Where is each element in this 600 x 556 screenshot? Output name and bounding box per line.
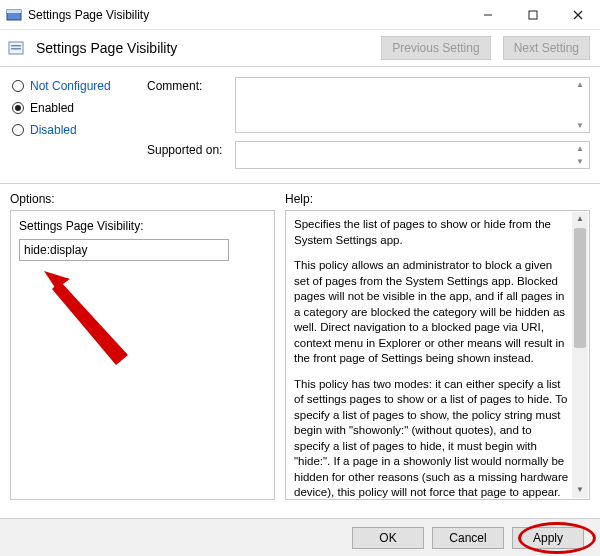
policy-title: Settings Page Visibility (36, 40, 369, 56)
policy-icon (8, 40, 24, 56)
cancel-button[interactable]: Cancel (432, 527, 504, 549)
comment-field[interactable]: ▲▼ (235, 77, 590, 133)
separator (0, 66, 600, 67)
window-title: Settings Page Visibility (28, 8, 465, 22)
radio-icon (12, 124, 24, 136)
titlebar: Settings Page Visibility (0, 0, 600, 30)
settings-page-visibility-input[interactable] (19, 239, 229, 261)
lower-section: Settings Page Visibility: Specifies the … (0, 210, 600, 500)
apply-button[interactable]: Apply (512, 527, 584, 549)
help-text: This policy allows an administrator to b… (294, 258, 569, 367)
comment-label: Comment: (147, 77, 227, 133)
radio-icon (12, 102, 24, 114)
options-input-label: Settings Page Visibility: (19, 219, 266, 233)
window-controls (465, 0, 600, 29)
scroll-thumb[interactable] (574, 228, 586, 348)
scrollbar[interactable]: ▲▼ (573, 144, 587, 166)
help-text: Specifies the list of pages to show or h… (294, 217, 569, 248)
meta-fields: Comment: ▲▼ Supported on: ▲▼ (147, 77, 590, 177)
options-heading: Options: (10, 192, 285, 206)
dialog-buttons: OK Cancel Apply (0, 518, 600, 556)
radio-label: Disabled (30, 123, 77, 137)
svg-rect-7 (11, 45, 21, 47)
ok-button[interactable]: OK (352, 527, 424, 549)
radio-enabled[interactable]: Enabled (12, 101, 137, 115)
app-icon (6, 7, 22, 23)
radio-not-configured[interactable]: Not Configured (12, 79, 137, 93)
radio-disabled[interactable]: Disabled (12, 123, 137, 137)
minimize-button[interactable] (465, 0, 510, 29)
svg-rect-8 (11, 48, 21, 50)
supported-on-field: ▲▼ (235, 141, 590, 169)
help-heading: Help: (285, 192, 313, 206)
svg-rect-3 (529, 11, 537, 19)
scrollbar[interactable]: ▲ ▼ (572, 212, 588, 498)
close-button[interactable] (555, 0, 600, 29)
radio-label: Not Configured (30, 79, 111, 93)
svg-rect-1 (7, 10, 21, 13)
radio-icon (12, 80, 24, 92)
help-text: This policy has two modes: it can either… (294, 377, 569, 500)
scrollbar[interactable]: ▲▼ (573, 80, 587, 130)
help-panel: Specifies the list of pages to show or h… (285, 210, 590, 500)
section-labels: Options: Help: (0, 186, 600, 210)
separator (0, 183, 600, 184)
supported-on-label: Supported on: (147, 141, 227, 169)
upper-section: Not Configured Enabled Disabled Comment:… (0, 69, 600, 181)
maximize-button[interactable] (510, 0, 555, 29)
radio-label: Enabled (30, 101, 74, 115)
previous-setting-button[interactable]: Previous Setting (381, 36, 490, 60)
next-setting-button[interactable]: Next Setting (503, 36, 590, 60)
policy-header: Settings Page Visibility Previous Settin… (0, 30, 600, 64)
options-panel: Settings Page Visibility: (10, 210, 275, 500)
state-radios: Not Configured Enabled Disabled (12, 77, 137, 177)
